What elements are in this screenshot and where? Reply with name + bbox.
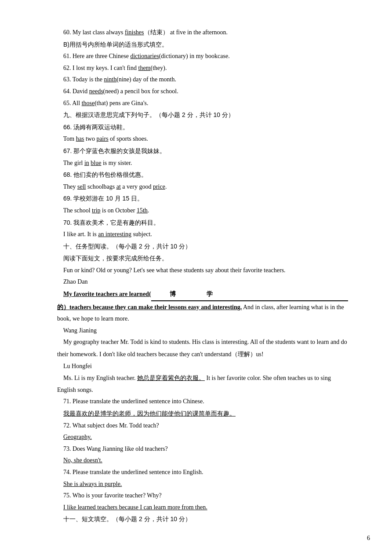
line-zhao-dan-body: 的）teachers because they can make their l… [57,301,348,325]
line-section10: 十、任务型阅读。（每小题 2 分，共计 10 分） [57,241,348,253]
line-63: 63. Today is the ninth(nine) day of the … [57,74,348,86]
line-q75: 75. Who is your favorite teacher? Why? [57,490,348,502]
underline-price: price [153,183,165,190]
line-q71: 71. Please translate the underlined sent… [57,396,348,408]
underline-ninth: ninth [104,76,116,83]
underline-dictionaries: dictionaries [130,53,159,59]
underline-15th: 15th [137,207,148,214]
line-67-zh: 67. 那个穿蓝色衣服的女孩是我妹妹。 [57,145,348,157]
underline-a74: She is always in purple. [63,481,122,487]
line-68-zh: 68. 他们卖的书包价格很优惠。 [57,169,348,181]
line-b: B)用括号内所给单词的适当形式填空。 [57,39,348,51]
underline-in: in [84,160,89,166]
underline-sell: sell [77,183,86,190]
line-zhao-dan-title: My favorite teachers are learned( 博 学 [57,288,348,301]
underline-them: them [138,65,151,71]
line-64: 64. David needs(need) a pencil box for s… [57,86,348,98]
line-a74: She is always in purple. [57,478,348,490]
line-section9: 九、根据汉语意思完成下列句子。（每小题 2 分，共计 10 分） [57,109,348,121]
line-task-intro: 阅读下面短文，按要求完成所给任务。 [57,252,348,265]
line-a71: 我最喜欢的是博学的老师，因为他们能使他们的课简单而有趣。 [57,408,348,420]
underline-has: has [76,135,84,142]
content: 60. My last class always finishes（结束） at… [57,26,348,526]
line-lu-hongfei: Lu Hongfei [57,361,348,372]
underline-those: those [82,100,95,106]
line-section11: 十一、短文填空。（每小题 2 分，共计 10 分） [57,513,348,526]
line-q72: 72. What subject does Mr. Todd teach? [57,420,348,432]
line-q74: 74. Please translate the underlined sent… [57,467,348,478]
line-61: 61. Here are three Chinese dictionaries(… [57,51,348,62]
underline-needs: needs [89,88,103,95]
line-zhao-dan: Zhao Dan [57,276,348,288]
line-q73: 73. Does Wang Jianning like old teachers… [57,443,348,455]
line-66-en: Tom has two pairs of sports shoes. [57,133,348,145]
underline-blue: blue [91,160,101,166]
underline-an-interesting: an interesting [98,231,131,237]
line-a72: Geography. [57,431,348,443]
underline-a72: Geography. [63,434,92,440]
line-lu-body: Ms. Li is my English teacher. 她总是穿着紫色的衣服… [57,372,348,396]
underline-trip: trip [92,207,100,214]
page: 60. My last class always finishes（结束） at… [0,0,392,555]
line-69-en: The school trip is on October 15th. [57,205,348,217]
underline-at: at [116,183,121,190]
underline-zhao-body: 的）teachers because they can make their l… [57,304,242,310]
line-70-en: I like art. It is an interesting subject… [57,229,348,241]
line-60: 60. My last class always finishes（结束） at… [57,26,348,39]
underline-a75: I like learned teachers because I can le… [63,504,207,511]
underline-finishes: finishes [125,29,144,36]
line-68-en: They sell schoolbags at a very good pric… [57,181,348,193]
line-a73: No, she doesn't. [57,455,348,467]
line-69-zh: 69. 学校郊游在 10 月 15 日。 [57,193,348,205]
underline-title: My favorite teachers are learned( [63,288,151,300]
underline-a73: No, she doesn't. [63,457,102,464]
page-number: 6 [367,535,370,542]
underline-pairs: pairs [96,135,108,142]
line-62: 62. I lost my keys. I can't find them(th… [57,62,348,74]
line-70-zh: 70. 我喜欢美术，它是有趣的科目。 [57,217,348,229]
line-65: 65. All those(that) pens are Gina's. [57,98,348,110]
line-wang-jianing: Wang Jianing [57,325,348,337]
line-wang-body: My geography teacher Mr. Todd is kind to… [57,336,348,360]
underline-lu-sentence: 她总是穿着紫色的衣服。 [137,375,205,381]
line-67-en: The girl in blue is my sister. [57,157,348,169]
underline-a71: 我最喜欢的是博学的老师，因为他们能使他们的课简单而有趣。 [63,410,236,417]
line-66-zh: 66. 汤姆有两双运动鞋。 [57,121,348,134]
line-passage-intro: Fun or kind? Old or young? Let's see wha… [57,265,348,277]
line-a75: I like learned teachers because I can le… [57,502,348,514]
